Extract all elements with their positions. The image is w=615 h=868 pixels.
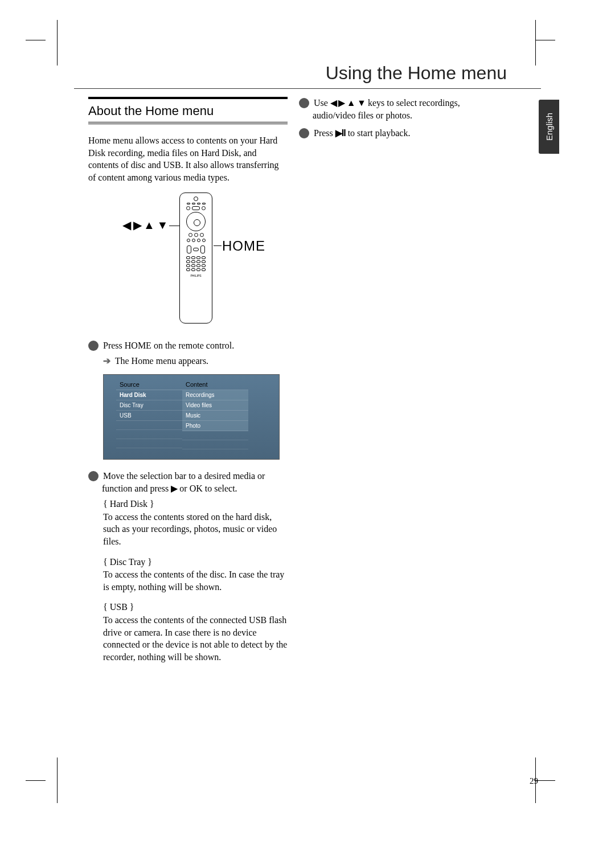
page-content: Using the Home menu English 29 About the… [57, 34, 558, 820]
language-tab: English [539, 100, 559, 154]
menu-item: Photo [182, 421, 248, 431]
title-bar: Using the Home menu [74, 63, 541, 89]
page-title: Using the Home menu [74, 63, 541, 84]
source-header: Source [116, 379, 182, 390]
step-2: 2 Move the selection bar to a desired me… [88, 470, 288, 494]
result-arrow-icon: ➔ [103, 356, 110, 366]
left-column: About the Home menu Home menu allows acc… [88, 97, 288, 671]
remote-control-icon: PHILIPS [179, 193, 212, 324]
menu-item: Hard Disk [116, 390, 182, 400]
play-pause-icon: ▶II [335, 128, 346, 138]
step-1: 1 Press HOME on the remote control. [88, 339, 288, 352]
step-1-text-post: on the remote control. [151, 341, 234, 350]
section-heading: About the Home menu [88, 104, 288, 118]
step-bullet-2: 2 [88, 471, 99, 481]
menu-item: Recordings [182, 390, 248, 400]
step-4-pre: Press [314, 128, 335, 138]
step-bullet-4: 4 [299, 128, 309, 138]
home-button-label: HOME [222, 238, 265, 254]
crop-mark [26, 780, 46, 781]
option-title: { Disc Tray } [103, 556, 288, 568]
remote-diagram: ◀ ▶ ▲ ▼ HOME [88, 193, 288, 329]
menu-content-column: Content Recordings Video files Music Pho… [182, 379, 248, 449]
step-2-post: to select. [203, 484, 237, 493]
option-hard-disk: { Hard Disk } To access the contents sto… [103, 498, 288, 547]
content-header: Content [182, 379, 248, 390]
step-1-result: ➔ The Home menu appears. [88, 355, 288, 366]
step-1-key: HOME [125, 341, 151, 350]
remote-brand: PHILIPS [190, 274, 201, 277]
nav-arrows-icon: ◀ ▶ ▲ ▼ [330, 98, 366, 108]
step-3: 3 Use ◀ ▶ ▲ ▼ keys to select recordings,… [299, 97, 498, 121]
callout-line [214, 245, 222, 246]
option-body: To access the contents of the disc. In c… [103, 568, 288, 593]
right-arrow-icon: ▶ [171, 484, 177, 493]
callout-line [169, 226, 179, 226]
menu-item: Disc Tray [116, 400, 182, 411]
option-body: To access the contents stored on the har… [103, 511, 288, 548]
step-1-result-text: The Home menu appears. [115, 356, 208, 366]
right-column: 3 Use ◀ ▶ ▲ ▼ keys to select recordings,… [299, 97, 498, 143]
step-4-post: to start playback. [346, 128, 411, 138]
ok-key: OK [190, 484, 203, 493]
page-number: 29 [530, 776, 538, 786]
menu-source-column: Source Hard Disk Disc Tray USB [116, 379, 182, 449]
option-disc-tray: { Disc Tray } To access the contents of … [103, 556, 288, 593]
step-bullet-1: 1 [88, 341, 99, 351]
nav-arrows-label: ◀ ▶ ▲ ▼ [122, 218, 167, 232]
option-usb: { USB } To access the contents of the co… [103, 601, 288, 663]
option-body: To access the contents of the connected … [103, 614, 288, 663]
menu-item: Video files [182, 400, 248, 411]
menu-item: USB [116, 411, 182, 421]
option-title: { USB } [103, 601, 288, 613]
step-4: 4 Press ▶II to start playback. [299, 127, 498, 140]
menu-item: Music [182, 411, 248, 421]
section-heading-box: About the Home menu [88, 97, 288, 124]
step-1-text-pre: Press [103, 341, 125, 350]
step-2-mid: or [177, 484, 189, 493]
intro-paragraph: Home menu allows access to contents on y… [88, 134, 288, 183]
step-bullet-3: 3 [299, 98, 309, 108]
crop-mark [26, 40, 46, 40]
home-menu-screenshot: Source Hard Disk Disc Tray USB Content R… [103, 374, 280, 460]
step-3-pre: Use [314, 98, 330, 108]
option-title: { Hard Disk } [103, 498, 288, 510]
